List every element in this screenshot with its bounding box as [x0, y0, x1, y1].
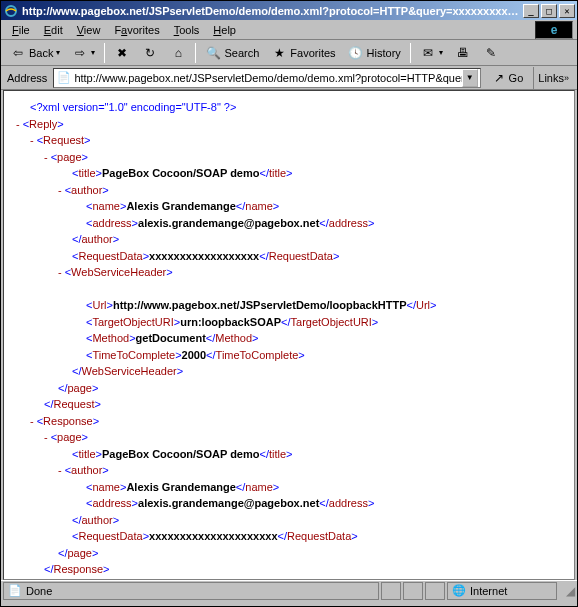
- minimize-button[interactable]: _: [523, 4, 539, 18]
- xml-node: </WebServiceHeader>: [8, 363, 570, 380]
- maximize-button[interactable]: □: [541, 4, 557, 18]
- statusbar: 📄 Done 🌐 Internet ◢: [1, 580, 577, 600]
- status-pane-2: [381, 582, 401, 600]
- home-button[interactable]: ⌂: [165, 42, 191, 64]
- xml-node: <Method>getDocument</Method>: [8, 330, 570, 347]
- links-bar[interactable]: Links »: [533, 67, 573, 89]
- menu-tools[interactable]: Tools: [167, 22, 207, 38]
- menu-file[interactable]: File: [5, 22, 37, 38]
- close-button[interactable]: ✕: [559, 4, 575, 18]
- xml-node: <address>alexis.grandemange@pagebox.net<…: [8, 215, 570, 232]
- xml-node: <Url>http://www.pagebox.net/JSPservletDe…: [8, 297, 570, 314]
- status-text-pane: 📄 Done: [3, 582, 379, 600]
- resize-grip-icon[interactable]: ◢: [559, 584, 575, 598]
- mail-icon: ✉: [420, 45, 436, 61]
- print-button[interactable]: 🖶: [450, 42, 476, 64]
- xml-node: <TargetObjectURI>urn:loopbackSOAP</Targe…: [8, 314, 570, 331]
- back-arrow-icon: ⇦: [10, 45, 26, 61]
- go-button[interactable]: ↗Go: [485, 68, 530, 88]
- status-pane-4: [425, 582, 445, 600]
- ie-icon: [3, 3, 19, 19]
- done-icon: 📄: [8, 584, 22, 597]
- address-bar: Address 📄 http://www.pagebox.net/JSPserv…: [1, 66, 577, 90]
- xml-node: <TimeToComplete>2000</TimeToComplete>: [8, 347, 570, 364]
- xml-blank: [8, 281, 570, 298]
- xml-node: </author>: [8, 231, 570, 248]
- menu-favorites[interactable]: Favorites: [107, 22, 166, 38]
- xml-node: <address>alexis.grandemange@pagebox.net<…: [8, 495, 570, 512]
- address-input[interactable]: 📄 http://www.pagebox.net/JSPservletDemo/…: [53, 68, 480, 88]
- page-icon: 📄: [56, 70, 72, 86]
- address-label: Address: [5, 72, 49, 84]
- address-text: http://www.pagebox.net/JSPservletDemo/de…: [74, 72, 461, 84]
- collapse-toggle[interactable]: -: [44, 431, 51, 443]
- address-dropdown-icon[interactable]: ▼: [462, 69, 478, 87]
- zone-text: Internet: [470, 585, 507, 597]
- go-icon: ↗: [491, 70, 507, 86]
- security-zone-pane: 🌐 Internet: [447, 582, 557, 600]
- history-icon: 🕓: [348, 45, 364, 61]
- xml-declaration: <?xml version="1.0" encoding="UTF-8" ?>: [8, 99, 570, 116]
- window-title: http://www.pagebox.net/JSPservletDemo/de…: [22, 5, 523, 17]
- refresh-button[interactable]: ↻: [137, 42, 163, 64]
- collapse-toggle[interactable]: -: [58, 464, 65, 476]
- menu-help[interactable]: Help: [206, 22, 243, 38]
- collapse-toggle[interactable]: -: [16, 118, 23, 130]
- collapse-toggle[interactable]: -: [58, 184, 65, 196]
- xml-node: -<page>: [8, 149, 570, 166]
- xml-node: <RequestData>xxxxxxxxxxxxxxxxxx</Request…: [8, 248, 570, 265]
- forward-arrow-icon: ⇨: [72, 45, 88, 61]
- titlebar: http://www.pagebox.net/JSPservletDemo/de…: [1, 1, 577, 20]
- collapse-toggle[interactable]: -: [44, 151, 51, 163]
- xml-node: </Response>: [8, 561, 570, 578]
- separator: [104, 43, 105, 63]
- menu-view[interactable]: View: [70, 22, 108, 38]
- favorites-button[interactable]: ★Favorites: [266, 42, 340, 64]
- collapse-toggle[interactable]: -: [30, 415, 37, 427]
- separator: [195, 43, 196, 63]
- menu-edit[interactable]: Edit: [37, 22, 70, 38]
- internet-zone-icon: 🌐: [452, 584, 466, 597]
- content-pane[interactable]: <?xml version="1.0" encoding="UTF-8" ?> …: [3, 90, 575, 580]
- mail-button[interactable]: ✉▾: [415, 42, 448, 64]
- xml-node: <title>PageBox Cocoon/SOAP demo</title>: [8, 165, 570, 182]
- edit-icon: ✎: [483, 45, 499, 61]
- xml-node: -<page>: [8, 429, 570, 446]
- xml-node: -<WebServiceHeader>: [8, 264, 570, 281]
- forward-button[interactable]: ⇨▾: [67, 42, 100, 64]
- print-icon: 🖶: [455, 45, 471, 61]
- status-pane-3: [403, 582, 423, 600]
- status-text: Done: [26, 585, 52, 597]
- xml-node: <title>PageBox Cocoon/SOAP demo</title>: [8, 446, 570, 463]
- search-icon: 🔍: [205, 45, 221, 61]
- history-button[interactable]: 🕓History: [343, 42, 406, 64]
- stop-icon: ✖: [114, 45, 130, 61]
- ie-throbber-icon: e: [535, 21, 573, 39]
- xml-node: </page>: [8, 545, 570, 562]
- collapse-toggle[interactable]: -: [58, 266, 65, 278]
- separator: [410, 43, 411, 63]
- xml-node: -<Request>: [8, 132, 570, 149]
- svg-point-0: [6, 6, 16, 16]
- xml-node: -<author>: [8, 462, 570, 479]
- search-button[interactable]: 🔍Search: [200, 42, 264, 64]
- refresh-icon: ↻: [142, 45, 158, 61]
- menubar: File Edit View Favorites Tools Help e: [1, 20, 577, 40]
- xml-node: <RequestData>xxxxxxxxxxxxxxxxxxxxx</Requ…: [8, 528, 570, 545]
- stop-button[interactable]: ✖: [109, 42, 135, 64]
- xml-node: <name>Alexis Grandemange</name>: [8, 198, 570, 215]
- xml-node: -<Response>: [8, 413, 570, 430]
- xml-node: </page>: [8, 380, 570, 397]
- xml-node: </author>: [8, 512, 570, 529]
- xml-node: </Request>: [8, 396, 570, 413]
- back-button[interactable]: ⇦Back▾: [5, 42, 65, 64]
- edit-button[interactable]: ✎: [478, 42, 504, 64]
- xml-node: <name>Alexis Grandemange</name>: [8, 479, 570, 496]
- collapse-toggle[interactable]: -: [30, 134, 37, 146]
- home-icon: ⌂: [170, 45, 186, 61]
- xml-node: -<Reply>: [8, 116, 570, 133]
- toolbar: ⇦Back▾ ⇨▾ ✖ ↻ ⌂ 🔍Search ★Favorites 🕓Hist…: [1, 40, 577, 66]
- xml-node: -<author>: [8, 182, 570, 199]
- favorites-icon: ★: [271, 45, 287, 61]
